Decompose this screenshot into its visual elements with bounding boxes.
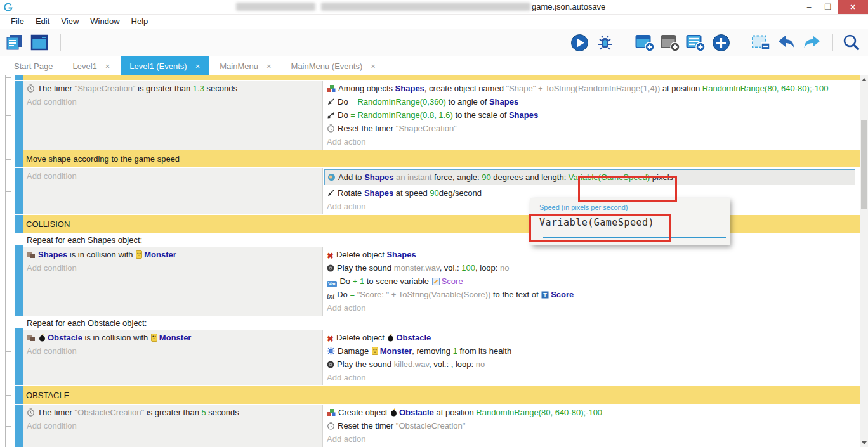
text-segment: RandomInRange(80, 640-80);-100	[702, 84, 829, 93]
text-segment: pixels	[650, 172, 673, 182]
action-row[interactable]: Play the sound monster.wav, vol.: 100, l…	[327, 261, 857, 275]
tab-mainmenu[interactable]: MainMenu×	[211, 56, 280, 75]
event-selection-bar[interactable]	[15, 386, 23, 404]
textobj-icon: T	[541, 291, 549, 299]
action-row[interactable]: VarDo + 1 to scene variable Score	[327, 275, 857, 288]
add-condition-placeholder[interactable]: Add condition	[27, 95, 319, 108]
scroll-down-icon[interactable]	[860, 438, 868, 447]
text-segment: Monster	[144, 250, 176, 259]
menu-view[interactable]: View	[55, 15, 84, 29]
add-element-button[interactable]	[712, 32, 732, 53]
tab-level1[interactable]: Level1×	[63, 56, 119, 75]
add-external-events-button[interactable]	[661, 32, 681, 53]
tab-close-icon[interactable]: ×	[195, 62, 201, 71]
scene-editor-button[interactable]	[30, 32, 51, 53]
minimize-button[interactable]: –	[799, 0, 819, 14]
scrollbar-thumb[interactable]	[861, 120, 867, 209]
undo-button[interactable]	[777, 32, 798, 53]
tab-bar: Start PageLevel1×Level1 (Events)×MainMen…	[0, 56, 868, 75]
tab-mainmenu-events-[interactable]: MainMenu (Events)×	[282, 56, 385, 75]
conditions-column: Shapes is in collision with MonsterAdd c…	[23, 247, 322, 316]
add-event-button[interactable]	[687, 32, 707, 53]
scroll-up-icon[interactable]	[860, 75, 868, 84]
condition-row[interactable]: Obstacle is in collision with Monster	[27, 331, 319, 344]
window-controls: – ❐ ✕	[799, 0, 868, 14]
remove-event-button[interactable]	[752, 32, 772, 53]
event-selection-bar[interactable]	[15, 215, 23, 233]
comment-text[interactable]: Move shape according to the game speed	[23, 150, 860, 167]
action-row[interactable]: Do = RandomInRange(0,360) to angle of Sh…	[327, 95, 857, 108]
input-focus-underline	[543, 237, 726, 238]
event-selection-bar[interactable]	[15, 81, 23, 150]
add-condition-placeholder[interactable]: Add condition	[27, 344, 319, 358]
add-condition-placeholder[interactable]: Add condition	[27, 419, 319, 432]
vertical-scrollbar[interactable]	[860, 75, 868, 447]
obstacle-icon	[39, 334, 46, 342]
restore-button[interactable]: ❐	[819, 0, 838, 14]
event-selection-bar[interactable]	[15, 75, 23, 80]
condition-row[interactable]: The timer "ObstacleCreation" is greater …	[27, 406, 319, 419]
debug-button[interactable]	[596, 32, 616, 53]
play-button[interactable]	[570, 32, 591, 53]
text-segment: 90	[482, 172, 490, 182]
event-columns: The timer "ShapeCreation" is greater tha…	[23, 81, 860, 150]
text-segment: from its health	[457, 346, 511, 356]
text-segment: Obstacle	[396, 333, 431, 342]
event-selection-bar[interactable]	[15, 150, 23, 167]
tree-connector	[5, 191, 11, 192]
action-row[interactable]: Among objects Shapes, create object name…	[327, 82, 857, 95]
menu-help[interactable]: Help	[126, 15, 154, 29]
add-action-placeholder[interactable]: Add action	[327, 432, 857, 446]
add-action-placeholder[interactable]: Add action	[327, 371, 857, 384]
condition-row[interactable]: The timer "ShapeCreation" is greater tha…	[27, 82, 319, 95]
text-segment: "ShapeCreation"	[396, 124, 457, 133]
add-condition-placeholder[interactable]: Add condition	[27, 261, 319, 275]
title-bar: game.json.autosave – ❐ ✕	[0, 0, 868, 15]
menu-file[interactable]: File	[5, 15, 30, 29]
action-row[interactable]: Add to Shapes an instant force, angle: 9…	[324, 169, 855, 185]
add-condition-placeholder[interactable]: Add condition	[27, 169, 319, 183]
action-row[interactable]: Reset the timer "ShapeCreation"	[327, 122, 857, 135]
action-row[interactable]: txtDo = "Score: " + ToString(Variable(Sc…	[327, 288, 857, 301]
foreach-header[interactable]: Repeat for each Shapes object:	[23, 233, 860, 247]
redo-icon	[803, 34, 821, 51]
expression-input[interactable]: Variable(GameSpeed)	[539, 217, 655, 228]
text-segment: seconds	[204, 84, 237, 93]
menu-edit[interactable]: Edit	[30, 15, 55, 29]
action-row[interactable]: Create object Obstacle at position Rando…	[327, 406, 857, 419]
project-manager-button[interactable]	[5, 32, 25, 53]
text-segment: degrees and length:	[491, 172, 569, 182]
add-scene-window-button[interactable]	[636, 32, 656, 53]
foreach-header[interactable]: Repeat for each Obstacle object:	[23, 316, 860, 330]
search-button[interactable]	[843, 32, 863, 53]
event-selection-bar[interactable]	[15, 245, 23, 316]
event-selection-bar[interactable]	[15, 405, 23, 447]
conditions-column: The timer "ShapeCreation" is greater tha…	[23, 81, 322, 150]
text-segment: RandomInRange(80, 640-80);-100	[476, 408, 602, 417]
redo-button[interactable]	[803, 32, 823, 53]
add-action-placeholder[interactable]: Add action	[327, 135, 857, 148]
menu-window[interactable]: Window	[84, 15, 125, 29]
tab-level1-events-[interactable]: Level1 (Events)×	[121, 56, 209, 75]
event-selection-bar[interactable]	[15, 168, 23, 214]
add-action-placeholder[interactable]: Add action	[327, 301, 857, 314]
action-row[interactable]: Do = RandomInRange(0.8, 1.6) to the scal…	[327, 108, 857, 122]
tab-close-icon[interactable]: ×	[105, 62, 110, 71]
action-row[interactable]: Play the sound killed.wav, vol.: , loop:…	[327, 358, 857, 371]
action-row[interactable]: ✖Delete object Obstacle	[327, 331, 857, 344]
tab-close-icon[interactable]: ×	[266, 62, 272, 71]
action-row[interactable]: Reset the timer "ObstacleCreation"	[327, 419, 857, 432]
tab-label: Level1 (Events)	[129, 62, 187, 71]
comment-text[interactable]: COLLISION	[23, 215, 860, 233]
action-row[interactable]: Damage Monster, removing 1 from its heal…	[327, 344, 857, 358]
comment-text[interactable]: OBSTACLE	[23, 386, 860, 404]
text-segment: Shapes	[489, 97, 518, 107]
close-button[interactable]: ✕	[838, 0, 868, 14]
tree-line	[5, 75, 6, 447]
event-selection-bar[interactable]	[15, 328, 23, 385]
tab-start-page[interactable]: Start Page	[5, 56, 62, 75]
action-row[interactable]: ✖Delete object Shapes	[327, 248, 857, 261]
tab-close-icon[interactable]: ×	[371, 62, 376, 71]
condition-row[interactable]: Shapes is in collision with Monster	[27, 248, 319, 261]
text-segment: Delete object	[336, 250, 387, 259]
